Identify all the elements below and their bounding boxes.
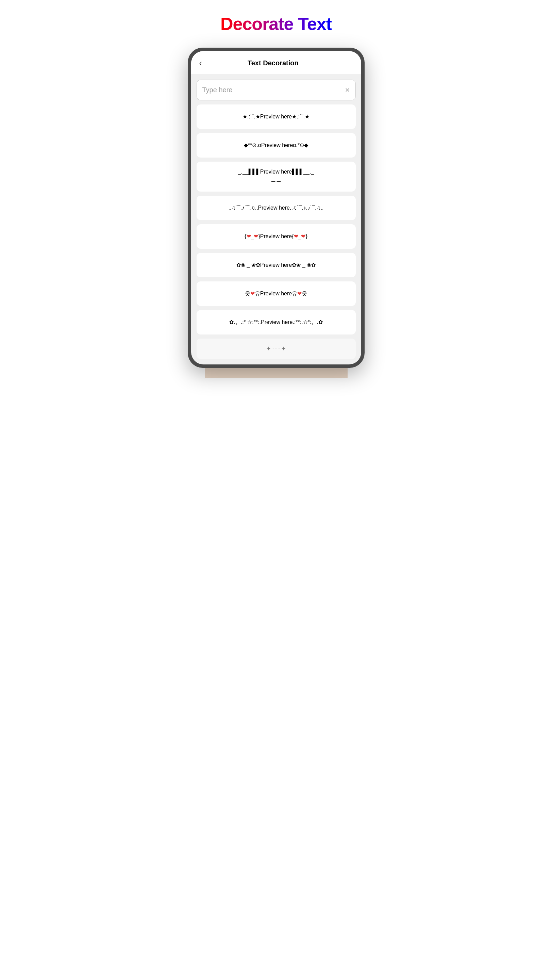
phone-frame: ‹ Text Decoration Type here ✕ ★.:˙¨.★Pre… — [188, 48, 365, 368]
decoration-item[interactable]: _.__▌▌▌Preview here▌▌▌__._ ─ ─ — [197, 162, 356, 192]
clear-icon[interactable]: ✕ — [345, 86, 350, 94]
decoration-text-line2: ─ ─ — [271, 177, 281, 185]
decoration-text: ✿❀ _ ❀✿Preview here✿❀ _ ❀✿ — [236, 261, 316, 269]
decoration-item[interactable]: ◆**⊙.αPreview hereα.*⊙◆ — [197, 133, 356, 158]
decoration-item[interactable]: ★.:˙¨.★Preview here★.:˙¨.★ — [197, 105, 356, 129]
decoration-text: {❤_❤}Preview here{❤_❤} — [244, 232, 308, 240]
decoration-text: ✦ · · · ✦ — [266, 345, 286, 353]
header-title: Text Decoration — [208, 59, 338, 67]
phone-screen: ‹ Text Decoration Type here ✕ ★.:˙¨.★Pre… — [191, 51, 361, 364]
decoration-item[interactable]: ,,♫˙¯.♪˙¯.♫,,Preview here,,♫˙¯.♪.♪˙¯.♫,, — [197, 196, 356, 220]
phone-content: Type here ✕ ★.:˙¨.★Preview here★.:˙¨.★ ◆… — [191, 74, 361, 364]
app-title: Decorate Text — [220, 14, 332, 34]
text-input-container[interactable]: Type here ✕ — [197, 80, 356, 100]
decoration-item[interactable]: {❤_❤}Preview here{❤_❤} — [197, 224, 356, 249]
decoration-text: ,,♫˙¯.♪˙¯.♫,,Preview here,,♫˙¯.♪.♪˙¯.♫,, — [228, 204, 324, 212]
text-input-placeholder: Type here — [202, 86, 233, 94]
decoration-item[interactable]: ✿❀ _ ❀✿Preview here✿❀ _ ❀✿ — [197, 253, 356, 277]
decoration-text: ★.:˙¨.★Preview here★.:˙¨.★ — [243, 113, 309, 121]
decoration-item[interactable]: ✿.。.:* ☆:**:.Preview here.:**:.☆*:。.✿ — [197, 310, 356, 334]
decoration-text-line1: _.__▌▌▌Preview here▌▌▌__._ — [238, 168, 314, 176]
decoration-item[interactable]: 웃❤유Preview here유❤웃 — [197, 282, 356, 306]
decoration-text: ◆**⊙.αPreview hereα.*⊙◆ — [244, 141, 308, 150]
decoration-text: 웃❤유Preview here유❤웃 — [245, 290, 307, 298]
decoration-item[interactable]: ✦ · · · ✦ — [197, 339, 356, 359]
back-button[interactable]: ‹ — [199, 58, 202, 68]
phone-wrapper: ‹ Text Decoration Type here ✕ ★.:˙¨.★Pre… — [188, 48, 365, 368]
decoration-text: ✿.。.:* ☆:**:.Preview here.:**:.☆*:。.✿ — [229, 318, 323, 326]
phone-header: ‹ Text Decoration — [191, 51, 361, 74]
